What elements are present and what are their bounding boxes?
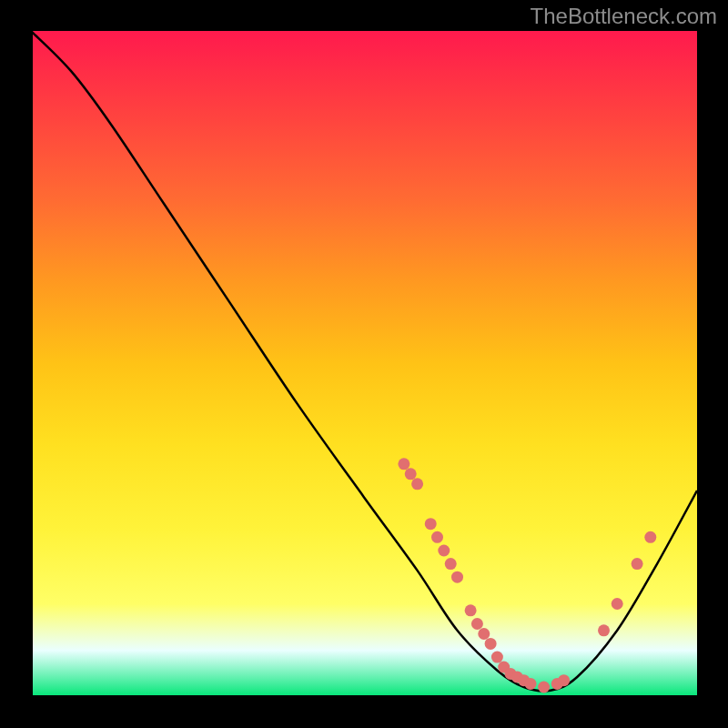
data-point bbox=[644, 531, 656, 543]
data-point bbox=[451, 571, 463, 583]
data-point bbox=[478, 628, 490, 640]
data-point bbox=[538, 682, 550, 693]
bottleneck-curve bbox=[31, 31, 697, 691]
data-point bbox=[612, 598, 623, 610]
data-point bbox=[598, 624, 610, 636]
chart-svg bbox=[31, 31, 697, 697]
data-point bbox=[632, 558, 643, 570]
y-axis bbox=[31, 31, 33, 697]
data-point bbox=[558, 674, 570, 686]
plot-area bbox=[31, 31, 697, 697]
data-point bbox=[438, 545, 450, 557]
data-point bbox=[405, 468, 417, 480]
data-point bbox=[465, 604, 477, 616]
data-point bbox=[525, 678, 537, 690]
data-point bbox=[431, 531, 443, 543]
data-point bbox=[491, 652, 503, 663]
data-point bbox=[411, 478, 423, 490]
data-point bbox=[445, 558, 457, 570]
data-markers bbox=[398, 458, 656, 693]
watermark-text: TheBottleneck.com bbox=[531, 4, 717, 29]
chart-container: TheBottleneck.com bbox=[0, 0, 728, 728]
data-point bbox=[485, 638, 497, 650]
data-point bbox=[471, 618, 483, 630]
x-axis bbox=[31, 695, 697, 697]
data-point bbox=[425, 518, 437, 530]
data-point bbox=[398, 458, 410, 470]
